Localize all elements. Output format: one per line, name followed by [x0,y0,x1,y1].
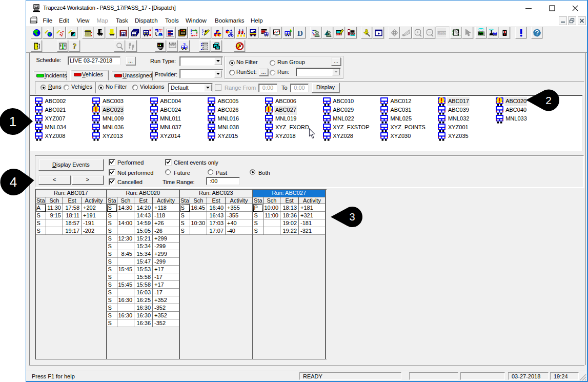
svg-text:I: I [62,43,64,50]
svg-text:4: 4 [10,174,17,190]
svg-text:3: 3 [349,211,355,223]
svg-text:D: D [297,29,303,37]
svg-text:?: ? [73,42,77,50]
svg-text:2: 2 [545,94,552,106]
svg-text:?: ? [183,42,186,48]
svg-text:1: 1 [9,114,16,129]
svg-text:Street: Street [437,31,446,35]
